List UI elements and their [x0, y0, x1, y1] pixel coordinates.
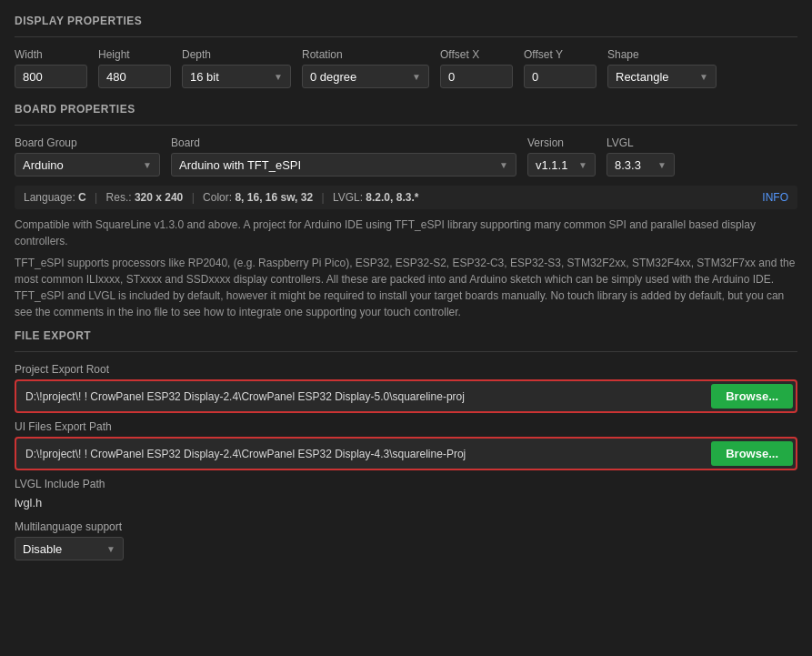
board-group-dropdown-arrow: ▼ [143, 160, 152, 170]
rotation-label: Rotation [302, 48, 429, 61]
rotation-select[interactable]: 0 degree ▼ [302, 65, 429, 88]
shape-value: Rectangle [616, 70, 669, 84]
info-bar: Language: C | Res.: 320 x 240 | Color: 8… [15, 186, 797, 209]
file-export-section: Project Export Root D:\!project\! ! Crow… [15, 363, 797, 560]
offset-y-label: Offset Y [524, 48, 596, 61]
depth-value: 16 bit [190, 70, 219, 84]
board-group-select[interactable]: Arduino ▼ [15, 153, 160, 177]
ui-files-path[interactable]: D:\!project\! ! CrowPanel ESP32 Display-… [16, 441, 708, 467]
display-properties-title: DISPLAY PROPERTIES [15, 15, 797, 27]
depth-label: Depth [182, 48, 291, 61]
lvgl-value: 8.3.3 [615, 158, 641, 172]
file-export-title: FILE EXPORT [15, 329, 797, 342]
ui-files-row: D:\!project\! ! CrowPanel ESP32 Display-… [15, 437, 797, 470]
lvgl-include-label: LVGL Include Path [15, 478, 797, 490]
board-properties-row: Board Group Arduino ▼ Board Arduino with… [15, 136, 797, 177]
version-dropdown-arrow: ▼ [578, 160, 587, 170]
color-label: Color: [203, 191, 235, 204]
depth-dropdown-arrow: ▼ [274, 72, 283, 82]
lvgl-label: LVGL [606, 136, 675, 149]
height-value[interactable]: 480 [98, 65, 171, 88]
board-field: Board Arduino with TFT_eSPI ▼ [171, 136, 516, 177]
board-value: Arduino with TFT_eSPI [179, 158, 301, 172]
info-bar-text: Language: C | Res.: 320 x 240 | Color: 8… [24, 191, 418, 204]
display-divider [15, 36, 797, 37]
shape-select[interactable]: Rectangle ▼ [607, 65, 717, 88]
height-label: Height [98, 48, 171, 61]
project-export-label: Project Export Root [15, 363, 797, 376]
lvgl-info-label: LVGL: [333, 191, 366, 204]
project-export-path[interactable]: D:\!project\! ! CrowPanel ESP32 Display-… [16, 384, 708, 409]
multilang-label: Multilanguage support [15, 520, 797, 533]
shape-dropdown-arrow: ▼ [699, 72, 708, 82]
width-label: Width [15, 48, 87, 61]
board-divider [15, 125, 797, 126]
depth-select[interactable]: 16 bit ▼ [182, 65, 291, 88]
lvgl-field: LVGL 8.3.3 ▼ [606, 136, 675, 177]
description-line2: TFT_eSPI supports processors like RP2040… [15, 255, 797, 320]
height-field: Height 480 [98, 48, 171, 88]
board-select[interactable]: Arduino with TFT_eSPI ▼ [171, 153, 516, 177]
description-area: Compatible with SquareLine v1.3.0 and ab… [15, 217, 797, 320]
offset-x-label: Offset X [440, 48, 513, 61]
language-value: C [78, 191, 86, 204]
version-label: Version [527, 136, 596, 149]
ui-files-label: UI Files Export Path [15, 420, 797, 433]
board-dropdown-arrow: ▼ [499, 160, 508, 170]
offset-x-value[interactable]: 0 [440, 65, 513, 88]
project-browse-button[interactable]: Browse... [711, 384, 793, 409]
info-button[interactable]: INFO [762, 191, 788, 204]
rotation-field: Rotation 0 degree ▼ [302, 48, 429, 88]
width-field: Width 800 [15, 48, 87, 88]
version-field: Version v1.1.1 ▼ [527, 136, 596, 177]
multilang-dropdown-arrow: ▼ [106, 544, 115, 554]
board-group-value: Arduino [23, 158, 64, 172]
description-line1: Compatible with SquareLine v1.3.0 and ab… [15, 217, 797, 249]
board-properties-title: BOARD PROPERTIES [15, 103, 797, 116]
offset-y-value[interactable]: 0 [524, 65, 596, 88]
board-label: Board [171, 136, 516, 149]
res-value: 320 x 240 [135, 191, 183, 204]
version-select[interactable]: v1.1.1 ▼ [527, 153, 596, 177]
width-value[interactable]: 800 [15, 65, 87, 88]
shape-field: Shape Rectangle ▼ [607, 48, 717, 88]
offset-y-field: Offset Y 0 [524, 48, 596, 88]
board-group-field: Board Group Arduino ▼ [15, 136, 160, 177]
display-properties-row: Width 800 Height 480 Depth 16 bit ▼ Rota… [15, 48, 797, 88]
project-export-row: D:\!project\! ! CrowPanel ESP32 Display-… [15, 379, 797, 413]
color-value: 8, 16, 16 sw, 32 [235, 191, 313, 204]
rotation-value: 0 degree [310, 70, 356, 84]
shape-label: Shape [607, 48, 717, 61]
file-export-divider [15, 351, 797, 352]
ui-files-browse-button[interactable]: Browse... [711, 441, 793, 466]
rotation-dropdown-arrow: ▼ [412, 72, 421, 82]
lvgl-include-group: LVGL Include Path lvgl.h [15, 478, 797, 511]
version-value: v1.1.1 [536, 158, 567, 172]
multilang-select[interactable]: Disable ▼ [15, 537, 124, 560]
board-group-label: Board Group [15, 136, 160, 149]
multilang-value: Disable [23, 542, 62, 556]
lvgl-include-value: lvgl.h [15, 494, 797, 511]
offset-x-field: Offset X 0 [440, 48, 513, 88]
language-label: Language: [24, 191, 78, 204]
depth-field: Depth 16 bit ▼ [182, 48, 291, 88]
lvgl-dropdown-arrow: ▼ [657, 160, 667, 170]
multilang-group: Multilanguage support Disable ▼ [15, 520, 797, 560]
lvgl-info-value: 8.2.0, 8.3.* [366, 191, 418, 204]
res-label: Res.: [106, 191, 135, 204]
lvgl-select[interactable]: 8.3.3 ▼ [606, 153, 675, 177]
